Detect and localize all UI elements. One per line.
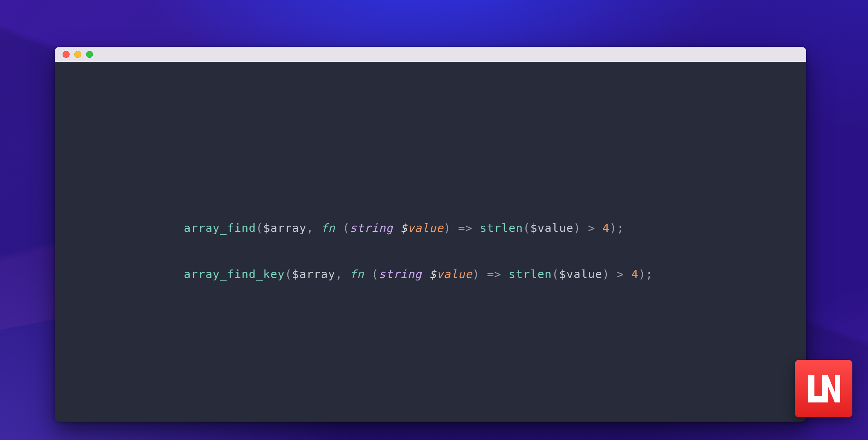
token-punct: ) [603, 268, 610, 281]
token-sigil: $ [292, 268, 299, 281]
token-punct: ) [574, 221, 581, 235]
token-param: value [407, 221, 443, 235]
token-function: strlen [509, 268, 552, 281]
token-arrow: => [451, 221, 480, 235]
token-variable: value [566, 268, 602, 281]
token-punct: , [307, 221, 321, 235]
token-punct: , [335, 268, 350, 281]
token-arrow: => [480, 268, 509, 281]
token-function: array_find [184, 221, 256, 235]
token-punct: ( [256, 221, 263, 235]
token-variable: array [299, 268, 335, 281]
token-variable: array [271, 221, 307, 235]
token-punct: ) [610, 221, 617, 235]
code-line: array_find_key($array, fn (string $value… [184, 268, 806, 281]
token-punct: ) [472, 268, 479, 281]
traffic-lights [63, 51, 93, 58]
token-punct: ) [444, 221, 451, 235]
token-type: string [350, 221, 400, 235]
token-param: value [436, 268, 472, 281]
code-window: array_find($array, fn (string $value) =>… [55, 47, 806, 422]
token-punct: ) [638, 268, 646, 281]
token-punct: ( [343, 221, 350, 235]
token-punct: ( [523, 221, 530, 235]
token-keyword: fn [350, 268, 371, 281]
token-sigil: $ [429, 268, 436, 281]
token-sigil: $ [263, 221, 270, 235]
token-operator: > [610, 268, 631, 281]
token-punct: ; [646, 268, 653, 281]
token-keyword: fn [321, 221, 343, 235]
editor-viewport[interactable]: array_find($array, fn (string $value) =>… [55, 62, 806, 422]
token-function: array_find_key [184, 268, 285, 281]
zoom-icon[interactable] [86, 51, 93, 58]
watermark-badge [795, 360, 852, 417]
token-variable: value [538, 221, 574, 235]
titlebar [55, 47, 806, 62]
token-sigil: $ [400, 221, 407, 235]
token-function: strlen [480, 221, 523, 235]
token-number: 4 [631, 268, 638, 281]
token-sigil: $ [530, 221, 537, 235]
ln-logo-icon [804, 369, 843, 408]
close-icon[interactable] [63, 51, 70, 58]
code-line: array_find($array, fn (string $value) =>… [184, 222, 806, 235]
token-punct: ( [285, 268, 292, 281]
token-punct: ( [371, 268, 378, 281]
minimize-icon[interactable] [74, 51, 81, 58]
token-type: string [378, 268, 429, 281]
token-punct: ( [552, 268, 559, 281]
token-sigil: $ [559, 268, 566, 281]
token-number: 4 [603, 221, 610, 235]
token-operator: > [581, 221, 602, 235]
token-punct: ; [617, 221, 624, 235]
